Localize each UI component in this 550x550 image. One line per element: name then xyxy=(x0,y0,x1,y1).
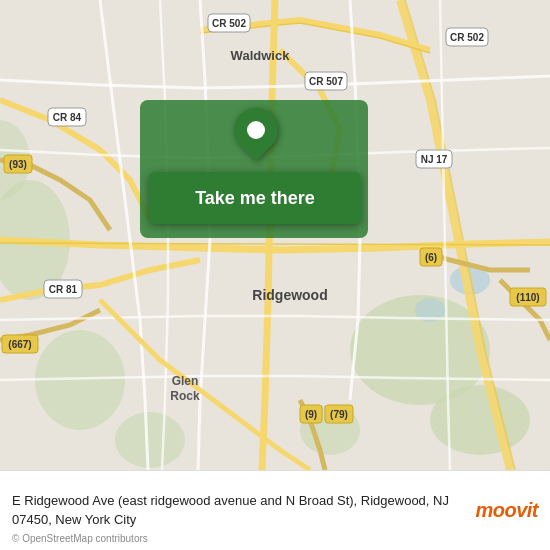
svg-point-6 xyxy=(115,412,185,468)
svg-text:Waldwick: Waldwick xyxy=(231,48,291,63)
svg-text:(79): (79) xyxy=(330,409,348,420)
svg-text:(93): (93) xyxy=(9,159,27,170)
take-me-there-button[interactable]: Take me there xyxy=(149,172,361,224)
svg-text:Glen: Glen xyxy=(172,374,199,388)
svg-text:Ridgewood: Ridgewood xyxy=(252,287,327,303)
svg-text:CR 507: CR 507 xyxy=(309,76,343,87)
svg-point-2 xyxy=(430,385,530,455)
svg-text:CR 502: CR 502 xyxy=(450,32,484,43)
location-pin xyxy=(234,108,278,168)
address-line: E Ridgewood Ave (east ridgewood avenue a… xyxy=(12,492,468,528)
moovit-logo: moovit xyxy=(468,486,538,536)
info-text: © OpenStreetMap contributors E Ridgewood… xyxy=(12,492,468,528)
svg-text:Rock: Rock xyxy=(170,389,200,403)
svg-text:(110): (110) xyxy=(516,292,539,303)
svg-text:(6): (6) xyxy=(425,252,437,263)
svg-text:NJ 17: NJ 17 xyxy=(421,154,448,165)
map-container: CR 502 CR 502 CR 507 CR 84 (93) NJ 17 CR… xyxy=(0,0,550,470)
svg-text:CR 81: CR 81 xyxy=(49,284,78,295)
svg-text:(9): (9) xyxy=(305,409,317,420)
svg-text:CR 502: CR 502 xyxy=(212,18,246,29)
osm-credit: © OpenStreetMap contributors xyxy=(12,533,148,544)
moovit-wordmark: moovit xyxy=(475,499,538,522)
svg-text:CR 84: CR 84 xyxy=(53,112,82,123)
info-bar: © OpenStreetMap contributors E Ridgewood… xyxy=(0,470,550,550)
svg-text:(667): (667) xyxy=(8,339,31,350)
